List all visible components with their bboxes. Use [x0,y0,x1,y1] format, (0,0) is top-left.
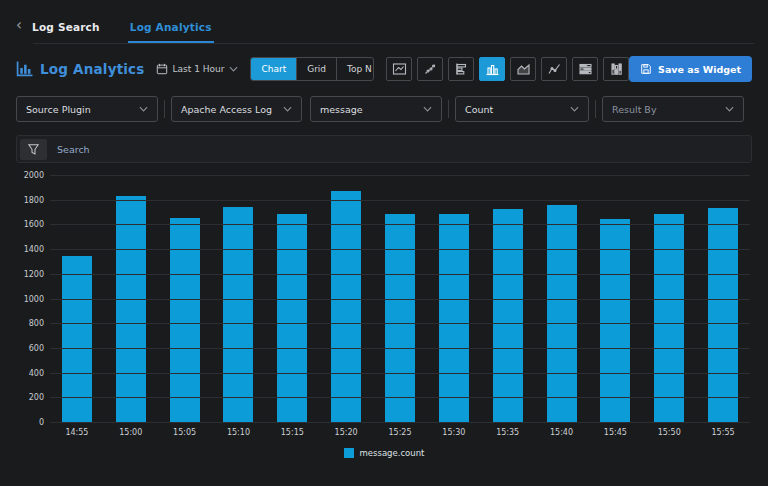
y-axis-tick-label: 1200 [6,270,44,279]
x-axis-tick-label: 15:00 [104,428,158,437]
x-axis-tick-label: 15:20 [319,428,373,437]
bar-15:10[interactable] [223,207,253,423]
bar-slot [481,176,535,423]
bar-slot [535,176,589,423]
bar-15:15[interactable] [277,214,307,423]
x-axis-tick-label: 15:45 [588,428,642,437]
header: Log Analytics Last 1 Hour Chart Grid Top… [16,55,752,83]
view-mode-group: Chart Grid Top N Gauge [250,57,374,81]
legend-swatch [344,448,354,458]
x-axis: 14:5515:0015:0515:1015:1515:2015:2515:30… [50,428,750,437]
chart-region: 0200400600800100012001400160018002000 14… [0,176,768,458]
plugin-value-dropdown[interactable]: Apache Access Log [171,96,302,122]
view-button-topn[interactable]: Top N [336,58,374,80]
bar-slot [319,176,373,423]
vertical-bar-chart-icon[interactable] [479,57,505,81]
field-dropdown[interactable]: message [310,96,442,122]
bar-15:35[interactable] [493,209,523,423]
bar-slot [642,176,696,423]
y-axis-tick-label: 1000 [6,295,44,304]
bars [50,176,750,423]
aggregation-dropdown[interactable]: Count [455,96,589,122]
x-axis-tick-label: 15:15 [265,428,319,437]
bar-slot [50,176,104,423]
x-axis-tick-label: 15:50 [642,428,696,437]
tab-divider [33,43,754,44]
source-plugin-value: Source Plugin [26,104,91,115]
horizontal-stacked-bar-icon[interactable] [572,57,598,81]
plot-area: 0200400600800100012001400160018002000 [50,176,750,423]
bar-slot [588,176,642,423]
bar-slot [373,176,427,423]
filter-group-divider [448,100,449,118]
gridline [50,249,750,250]
gridline [50,422,750,423]
x-axis-tick-label: 15:35 [481,428,535,437]
y-axis-tick-label: 400 [6,369,44,378]
back-chevron-icon[interactable]: ‹ [16,18,30,43]
save-as-widget-label: Save as Widget [658,64,741,75]
y-axis-tick-label: 2000 [6,171,44,180]
search-bar [16,135,752,163]
area-chart-icon[interactable] [510,57,536,81]
bar-slot [265,176,319,423]
source-plugin-dropdown[interactable]: Source Plugin [16,96,158,122]
chevron-down-icon [570,106,579,112]
tab-log-analytics[interactable]: Log Analytics [128,21,214,43]
line-chart-icon[interactable] [541,57,567,81]
bar-chart-logo-icon [16,61,33,77]
filter-funnel-icon[interactable] [20,139,47,160]
save-icon [640,63,652,75]
vertical-stacked-bar-icon[interactable] [603,57,629,81]
gridline [50,323,750,324]
bar-15:50[interactable] [654,214,684,423]
bar-slot [104,176,158,423]
bar-slot [427,176,481,423]
chevron-down-icon [725,106,734,112]
gridline [50,348,750,349]
bar-15:25[interactable] [385,214,415,423]
bar-15:40[interactable] [547,205,577,423]
bar-15:30[interactable] [439,214,469,423]
plugin-value: Apache Access Log [181,104,272,115]
chevron-down-icon [423,106,432,112]
save-as-widget-button[interactable]: Save as Widget [629,56,752,82]
horizontal-bar-chart-icon[interactable] [448,57,474,81]
search-input[interactable] [57,144,751,155]
result-by-dropdown[interactable]: Result By [602,96,744,122]
scatter-trend-icon[interactable] [417,57,443,81]
x-axis-tick-label: 14:55 [50,428,104,437]
calendar-icon [156,63,168,75]
bar-slot [212,176,266,423]
chevron-down-icon [139,106,148,112]
view-button-grid[interactable]: Grid [296,58,336,80]
x-axis-tick-label: 15:55 [696,428,750,437]
filter-group-divider [595,100,596,118]
view-button-chart[interactable]: Chart [251,58,296,80]
x-axis-tick-label: 15:30 [427,428,481,437]
chart-type-icon-row [386,57,629,81]
y-axis-tick-label: 0 [6,418,44,427]
y-axis-tick-label: 800 [6,319,44,328]
y-axis-tick-label: 600 [6,344,44,353]
time-range-selector[interactable]: Last 1 Hour [156,63,239,75]
bar-15:55[interactable] [708,208,738,424]
bar-15:20[interactable] [331,191,361,423]
legend: message.count [0,448,768,458]
gridline [50,200,750,201]
chevron-down-icon [229,66,238,72]
time-range-label: Last 1 Hour [173,64,225,74]
chevron-down-icon [283,106,292,112]
aggregation-value: Count [465,104,493,115]
bar-slot [158,176,212,423]
gridline [50,373,750,374]
gridline [50,274,750,275]
x-axis-tick-label: 15:05 [158,428,212,437]
tab-log-search[interactable]: Log Search [30,21,102,43]
framed-line-chart-icon[interactable] [386,57,412,81]
x-axis-tick-label: 15:10 [212,428,266,437]
field-value: message [320,104,363,115]
bar-15:00[interactable] [116,196,146,423]
result-by-value: Result By [612,104,657,115]
top-tab-bar: ‹ Log Search Log Analytics [0,0,768,43]
